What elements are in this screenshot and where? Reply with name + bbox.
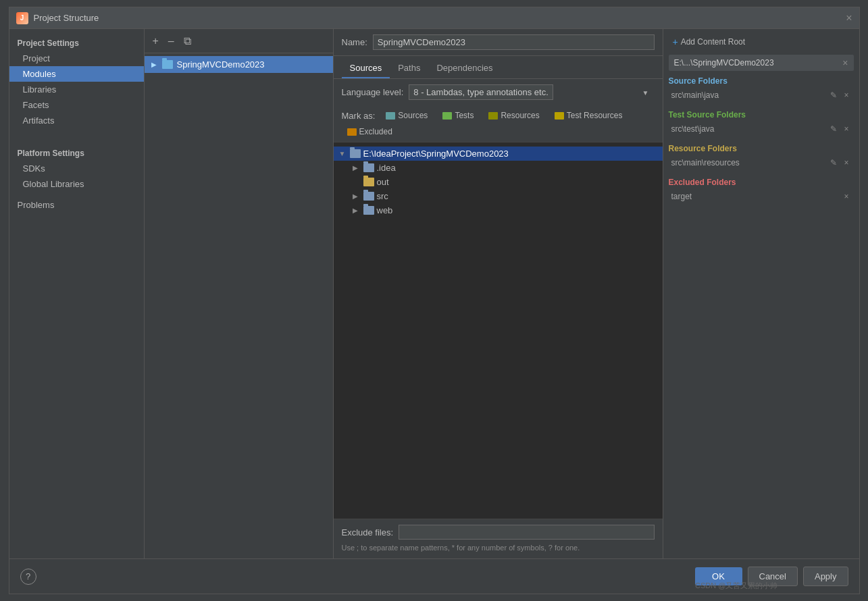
source-folders-section: Source Folders src\main\java ✎ × [669, 76, 854, 102]
module-arrow: ▶ [151, 61, 157, 68]
web-name: web [377, 205, 393, 215]
sidebar-item-modules[interactable]: Modules [9, 66, 144, 82]
module-toolbar: + – ⧉ [145, 29, 333, 53]
nav-divider [9, 132, 144, 140]
name-label: Name: [342, 37, 367, 47]
module-list: ▶ SpringMVCDemo2023 [145, 53, 333, 76]
test-source-folder-edit-0[interactable]: ✎ [828, 124, 839, 134]
mark-as-label: Mark as: [342, 111, 376, 121]
lang-select[interactable]: 8 - Lambdas, type annotations etc. [409, 84, 553, 100]
idea-name: .idea [377, 163, 396, 173]
mark-as-tests-button[interactable]: Tests [437, 109, 479, 122]
help-button[interactable]: ? [20, 569, 36, 585]
file-tree: ▼ E:\IdeaProject\SpringMVCDemo2023 ▶ .id… [334, 142, 663, 519]
mark-as-resources-button[interactable]: Resources [483, 109, 544, 122]
resource-folder-entry-0: src\main\resources ✎ × [669, 156, 854, 169]
content-root-close-button[interactable]: × [842, 57, 848, 68]
sidebar-item-facets[interactable]: Facets [9, 97, 144, 113]
mark-test-resources-label: Test Resources [567, 111, 623, 120]
excluded-folder-path-0: target [671, 192, 842, 201]
test-source-folder-remove-0[interactable]: × [842, 124, 850, 134]
sidebar-item-project[interactable]: Project [9, 51, 144, 66]
resources-folder-icon [488, 112, 498, 120]
mark-sources-label: Sources [398, 111, 428, 120]
tab-paths[interactable]: Paths [390, 59, 428, 78]
sidebar-item-sdks[interactable]: SDKs [9, 161, 144, 176]
root-folder-icon [350, 149, 361, 158]
close-button[interactable]: × [846, 13, 852, 24]
exclude-label: Exclude files: [342, 527, 394, 538]
sidebar-item-libraries[interactable]: Libraries [9, 82, 144, 97]
tree-item-out[interactable]: ▶ out [334, 175, 663, 189]
source-folder-remove-0[interactable]: × [842, 90, 850, 101]
tree-item-src[interactable]: ▶ src [334, 189, 663, 203]
resource-folder-edit-0[interactable]: ✎ [828, 157, 839, 168]
root-path: E:\IdeaProject\SpringMVCDemo2023 [363, 149, 509, 159]
mark-as-test-resources-button[interactable]: Test Resources [549, 109, 628, 122]
add-module-button[interactable]: + [150, 34, 161, 48]
info-panel: + Add Content Root E:\...\SpringMVCDemo2… [663, 29, 859, 558]
sources-folder-icon [386, 112, 395, 120]
mark-resources-label: Resources [501, 111, 539, 120]
exclude-input[interactable] [399, 525, 654, 540]
tab-dependencies[interactable]: Dependencies [428, 59, 501, 78]
sidebar-item-global-libraries[interactable]: Global Libraries [9, 176, 144, 192]
web-folder-icon [363, 206, 374, 215]
resource-folder-path-0: src\main\resources [671, 158, 829, 167]
src-folder-icon [363, 192, 374, 201]
apply-button[interactable]: Apply [803, 567, 848, 586]
resource-folders-section: Resource Folders src\main\resources ✎ × [669, 144, 854, 169]
content-root-path: E:\...\SpringMVCDemo2023 [674, 58, 774, 68]
exclude-files-row: Exclude files: Use ; to separate name pa… [334, 519, 663, 558]
remove-module-button[interactable]: – [165, 34, 177, 48]
module-list-area: + – ⧉ ▶ SpringMVCDemo2023 [145, 29, 334, 558]
tree-panel: Name: Sources Paths Dependencies Languag… [334, 29, 663, 558]
add-content-root-button[interactable]: + Add Content Root [669, 34, 750, 49]
root-arrow: ▼ [339, 150, 347, 157]
project-settings-label: Project Settings [9, 34, 144, 51]
mark-tests-label: Tests [455, 111, 474, 120]
exclude-input-row: Exclude files: [342, 525, 655, 540]
excluded-folder-icon [347, 128, 357, 136]
info-panel-header: + Add Content Root [669, 34, 854, 49]
main-content: Project Settings Project Modules Librari… [9, 29, 859, 558]
source-folder-entry-0: src\main\java ✎ × [669, 88, 854, 102]
name-input[interactable] [373, 34, 655, 50]
mark-row: Mark as: Sources Tests [334, 105, 663, 142]
module-folder-icon [162, 60, 173, 69]
sidebar-item-problems[interactable]: Problems [9, 197, 144, 213]
source-folder-edit-0[interactable]: ✎ [828, 90, 839, 101]
mark-as-sources-button[interactable]: Sources [380, 109, 433, 122]
mark-as-excluded-button[interactable]: Excluded [342, 126, 398, 138]
main-panel: + – ⧉ ▶ SpringMVCDemo2023 [145, 29, 859, 558]
name-row: Name: [334, 29, 663, 56]
dialog-title: Project Structure [34, 13, 99, 23]
excluded-folder-remove-0[interactable]: × [842, 191, 850, 202]
test-source-folder-path-0: src\test\java [671, 124, 829, 134]
tests-folder-icon [442, 112, 452, 120]
web-arrow: ▶ [353, 207, 361, 214]
module-item-springmvcdemo2023[interactable]: ▶ SpringMVCDemo2023 [145, 56, 333, 73]
mark-excluded-label: Excluded [359, 127, 392, 136]
tabs-row: Sources Paths Dependencies [334, 56, 663, 79]
source-folders-title: Source Folders [669, 76, 854, 86]
title-bar: J Project Structure × [9, 7, 859, 29]
project-structure-dialog: J Project Structure × Project Settings P… [9, 7, 860, 594]
center-right: Name: Sources Paths Dependencies Languag… [334, 29, 859, 558]
excluded-folders-section: Excluded Folders target × [669, 178, 854, 203]
platform-settings-label: Platform Settings [9, 145, 144, 161]
idea-arrow: ▶ [353, 164, 361, 172]
source-folder-path-0: src\main\java [671, 90, 829, 100]
resource-folder-remove-0[interactable]: × [842, 157, 850, 168]
test-source-folders-title: Test Source Folders [669, 110, 854, 120]
exclude-hint: Use ; to separate name patterns, * for a… [342, 542, 655, 553]
src-arrow: ▶ [353, 192, 361, 200]
tree-item-idea[interactable]: ▶ .idea [334, 161, 663, 175]
tab-sources[interactable]: Sources [342, 59, 390, 78]
tree-root-item[interactable]: ▼ E:\IdeaProject\SpringMVCDemo2023 [334, 147, 663, 161]
copy-module-button[interactable]: ⧉ [181, 34, 194, 48]
lang-select-wrapper: 8 - Lambdas, type annotations etc. [409, 84, 654, 100]
out-folder-icon [363, 178, 374, 186]
tree-item-web[interactable]: ▶ web [334, 203, 663, 217]
sidebar-item-artifacts[interactable]: Artifacts [9, 113, 144, 128]
